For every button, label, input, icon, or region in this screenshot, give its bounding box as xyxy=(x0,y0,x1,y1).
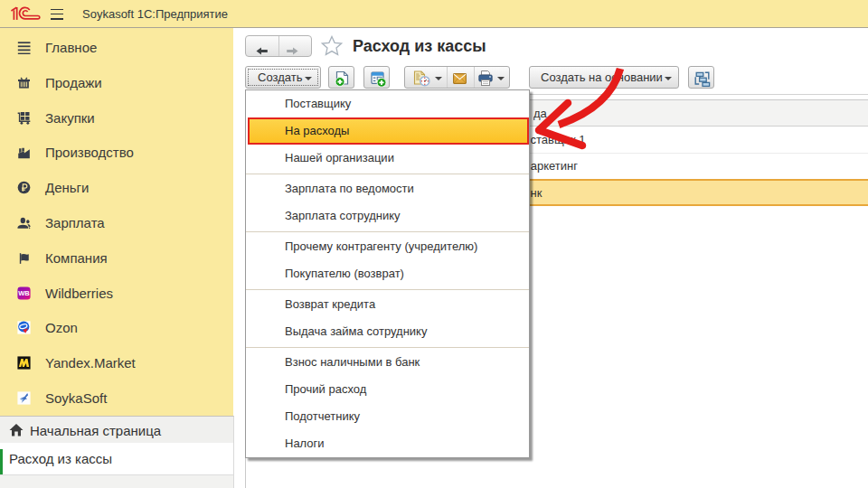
svg-text:WB: WB xyxy=(18,289,30,297)
